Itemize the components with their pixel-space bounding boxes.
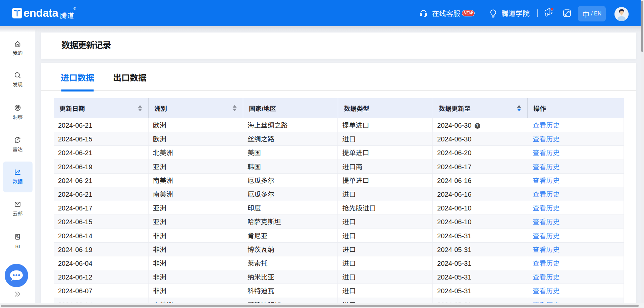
svg-text:BI: BI — [17, 236, 20, 239]
